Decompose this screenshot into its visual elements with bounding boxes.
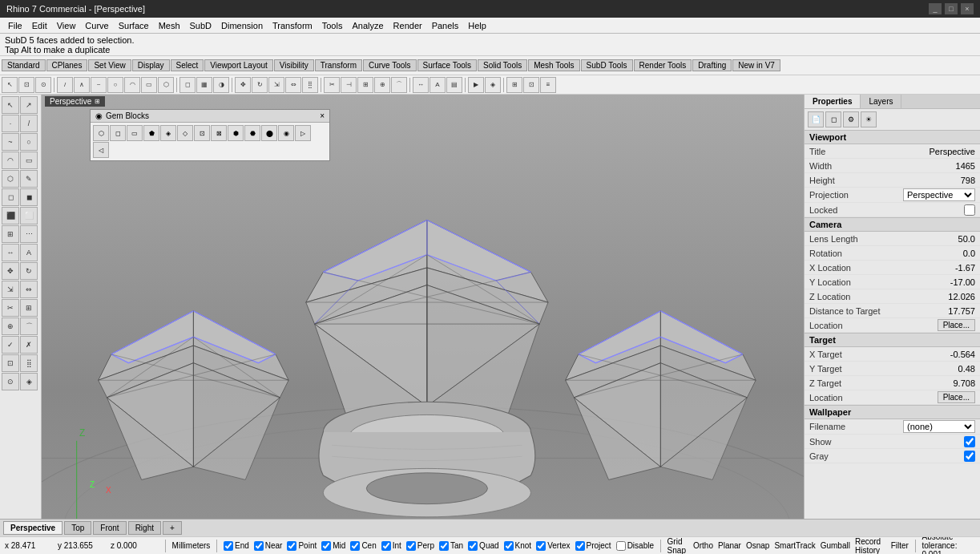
lt-more2[interactable]: ◈ [20,373,38,390]
gb-btn-7[interactable]: ⊡ [194,125,210,141]
menu-dimension[interactable]: Dimension [216,20,268,31]
lt-grid2[interactable]: ⣿ [20,354,38,372]
viewport-area[interactable]: Z X [42,95,804,519]
rp-tab-layers[interactable]: Layers [861,95,901,108]
tb-scale[interactable]: ⇲ [268,77,284,93]
tb-circle[interactable]: ○ [107,77,123,93]
bs-record-history[interactable]: Record History [855,537,886,555]
lt-rect[interactable]: ▭ [20,152,38,169]
bs-filter[interactable]: Filter [891,541,909,550]
rp-checkbox-gray[interactable] [964,451,975,462]
bs-grid-snap[interactable]: Grid Snap [667,537,688,555]
gb-btn-4[interactable]: ⬟ [143,125,159,141]
toolbar-tab-viewlayout[interactable]: Viewport Layout [204,59,273,71]
menu-mesh[interactable]: Mesh [154,20,185,31]
menu-edit[interactable]: Edit [27,20,52,31]
tb-fillet[interactable]: ⌒ [391,77,407,93]
lt-line[interactable]: / [20,115,38,132]
tb-select-window[interactable]: ⊡ [18,77,34,93]
rp-icon-light[interactable]: ☀ [861,111,877,127]
gem-blocks-close[interactable]: × [320,111,325,120]
lt-surface1[interactable]: ◻ [2,188,19,206]
menu-view[interactable]: View [52,20,81,31]
tb-grid[interactable]: ⊞ [506,77,522,93]
toolbar-tab-newv7[interactable]: New in V7 [732,59,780,71]
vp-tab-top[interactable]: Top [64,521,91,535]
toolbar-tab-subdtools[interactable]: SubD Tools [581,59,633,71]
tb-text[interactable]: A [430,77,446,93]
bs-gumball[interactable]: Gumball [821,541,850,550]
lt-move[interactable]: ✥ [2,262,19,280]
lt-mesh2[interactable]: ⋯ [20,225,38,243]
tb-mirror[interactable]: ⇔ [285,77,301,93]
tb-free[interactable]: ~ [91,77,107,93]
vp-tab-add[interactable]: + [163,521,182,535]
tb-rect[interactable]: ▭ [141,77,157,93]
tb-rotate[interactable]: ↻ [252,77,268,93]
rp-icon-settings[interactable]: ⚙ [843,111,859,127]
rp-dropdown-projection[interactable]: Perspective Parallel Two-Point Perspecti… [903,188,975,201]
lt-dim[interactable]: ↔ [2,244,19,261]
toolbar-tab-drafting[interactable]: Drafting [692,59,732,71]
tb-polyline[interactable]: ∧ [74,77,90,93]
tb-snap[interactable]: ⊡ [523,77,539,93]
tb-render-btn[interactable]: ▶ [468,77,484,93]
lt-solid1[interactable]: ⬛ [2,207,19,224]
rp-icon-object[interactable]: ◻ [825,111,841,127]
tb-render-preview[interactable]: ◈ [485,77,501,93]
lt-solid2[interactable]: ⬜ [20,207,38,224]
rp-place-cam-button[interactable]: Place... [938,319,975,331]
lt-surface2[interactable]: ◼ [20,188,38,206]
toolbar-tab-setview[interactable]: Set View [88,59,131,71]
lt-trim[interactable]: ✂ [2,299,19,317]
toolbar-tab-surfacetools[interactable]: Surface Tools [417,59,477,71]
bs-check-int[interactable] [381,541,391,551]
bs-check-cen[interactable] [350,541,360,551]
rp-tab-properties[interactable]: Properties [805,95,861,108]
bs-ortho[interactable]: Ortho [693,541,713,550]
gb-btn-11[interactable]: ⬤ [261,125,277,141]
tb-select-tool[interactable]: ↖ [2,77,18,93]
bs-check-disable[interactable] [616,541,626,551]
rp-checkbox-show[interactable] [964,436,975,447]
menu-analyze[interactable]: Analyze [347,20,388,31]
toolbar-tab-meshtools[interactable]: Mesh Tools [528,59,579,71]
tb-polygon[interactable]: ⬡ [158,77,174,93]
gb-btn-1[interactable]: ⬡ [93,125,109,141]
menu-help[interactable]: Help [463,20,491,31]
tb-split[interactable]: ⊣ [341,77,357,93]
maximize-button[interactable]: □ [945,3,958,14]
bs-check-knot[interactable] [504,541,514,551]
lt-join[interactable]: ⊞ [20,299,38,317]
tb-join[interactable]: ⊞ [357,77,373,93]
lt-snap2[interactable]: ✗ [20,336,38,354]
lt-polygon[interactable]: ⬡ [2,170,19,188]
lt-fillet[interactable]: ⌒ [20,317,38,335]
lt-mesh1[interactable]: ⊞ [2,225,19,243]
lt-mirror[interactable]: ⇔ [20,281,38,298]
menu-tools[interactable]: Tools [317,20,348,31]
viewport-expand-icon[interactable]: ⊞ [95,98,100,105]
gb-btn-5[interactable]: ◈ [160,125,176,141]
lt-more1[interactable]: ⊙ [2,373,19,390]
tb-line[interactable]: / [57,77,73,93]
toolbar-tab-display[interactable]: Display [132,59,170,71]
menu-render[interactable]: Render [389,20,427,31]
bs-check-vertex[interactable] [536,541,546,551]
tb-hatch[interactable]: ▤ [446,77,462,93]
vp-tab-front[interactable]: Front [93,521,126,535]
rp-checkbox-locked[interactable] [964,204,975,216]
menu-subd[interactable]: SubD [185,20,217,31]
bs-planar[interactable]: Planar [718,541,741,550]
tb-array[interactable]: ⣿ [302,77,318,93]
vp-tab-right[interactable]: Right [128,521,161,535]
tb-dim[interactable]: ↔ [413,77,429,93]
lt-select2[interactable]: ↗ [20,96,38,114]
menu-surface[interactable]: Surface [114,20,154,31]
tb-boolean-union[interactable]: ⊕ [374,77,390,93]
gb-btn-9[interactable]: ⬢ [228,125,244,141]
toolbar-tab-solidtools[interactable]: Solid Tools [478,59,527,71]
tb-lasso[interactable]: ⊙ [35,77,51,93]
toolbar-tab-rendertools[interactable]: Render Tools [634,59,692,71]
gb-btn-12[interactable]: ◉ [278,125,294,141]
